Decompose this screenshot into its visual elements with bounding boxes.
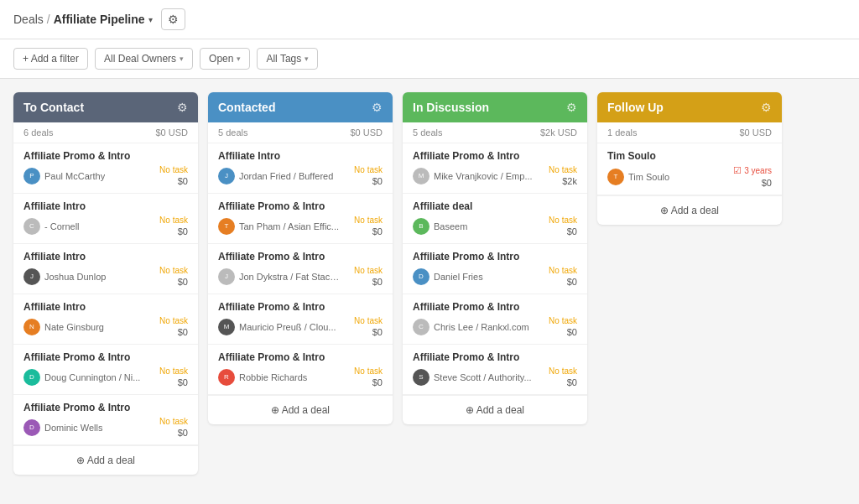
- deal-card[interactable]: Affiliate Promo & IntroDDaniel FriesNo t…: [403, 244, 587, 294]
- col-header-in-discussion: In Discussion ⚙: [403, 92, 587, 122]
- deal-title: Affiliate Promo & Intro: [413, 351, 577, 363]
- no-task-label: No task: [549, 266, 577, 275]
- deal-amount: $0: [567, 327, 577, 337]
- deal-person: TTan Pham / Asian Effic...: [218, 218, 339, 235]
- add-deal-label: Add a deal: [671, 205, 719, 216]
- status-filter-button[interactable]: Open ▾: [200, 48, 250, 70]
- deal-card[interactable]: Affiliate Promo & IntroJJon Dykstra / Fa…: [208, 244, 393, 294]
- add-filter-button[interactable]: + Add a filter: [13, 48, 88, 70]
- deal-card[interactable]: Affiliate Promo & IntroDDominic WellsNo …: [13, 395, 198, 445]
- deal-person-name: Daniel Fries: [434, 272, 483, 282]
- add-deal-label: Add a deal: [87, 455, 135, 466]
- add-deal-icon: ⊕: [271, 404, 279, 416]
- avatar: T: [607, 169, 624, 185]
- deal-person: DDaniel Fries: [413, 268, 483, 285]
- deal-card[interactable]: Affiliate IntroC- CornellNo task$0: [13, 194, 198, 244]
- col-stats-to-contact: 6 deals $0 USD: [13, 122, 198, 143]
- deal-person-name: Jon Dykstra / Fat Stack...: [239, 272, 340, 282]
- no-task-label: No task: [159, 366, 188, 376]
- avatar: M: [413, 168, 430, 184]
- col-total-in-discussion: $2k USD: [540, 127, 577, 138]
- breadcrumb-current: Affiliate Pipeline: [54, 13, 145, 26]
- col-header-to-contact: To Contact ⚙: [13, 92, 198, 122]
- col-stats-contacted: 5 deals $0 USD: [208, 122, 393, 143]
- deal-title: Affiliate Promo & Intro: [218, 251, 383, 262]
- column-to-contact: To Contact ⚙ 6 deals $0 USD Affiliate Pr…: [13, 92, 198, 475]
- deal-card[interactable]: Affiliate Promo & IntroRRobbie RichardsN…: [208, 345, 393, 395]
- deal-title: Affiliate Promo & Intro: [218, 200, 383, 212]
- col-header-contacted: Contacted ⚙: [208, 92, 393, 122]
- add-deal-button-in-discussion[interactable]: ⊕ Add a deal: [403, 395, 587, 424]
- deal-card[interactable]: Affiliate Promo & IntroSSteve Scott / Au…: [403, 345, 587, 395]
- col-gear-in-discussion[interactable]: ⚙: [566, 101, 577, 114]
- deal-card[interactable]: Affiliate Promo & IntroMMike Vranjkovic …: [403, 143, 587, 194]
- add-deal-button-to-contact[interactable]: ⊕ Add a deal: [13, 445, 198, 475]
- col-gear-follow-up[interactable]: ⚙: [761, 101, 772, 114]
- deal-card[interactable]: Affiliate Promo & IntroDDoug Cunnington …: [13, 345, 198, 395]
- deal-person: JJoshua Dunlop: [23, 268, 106, 285]
- deal-person: JJon Dykstra / Fat Stack...: [218, 268, 340, 285]
- add-deal-button-contacted[interactable]: ⊕ Add a deal: [208, 395, 393, 424]
- col-deal-count-in-discussion: 5 deals: [413, 127, 442, 138]
- deal-card[interactable]: Affiliate Promo & IntroTTan Pham / Asian…: [208, 194, 393, 244]
- deal-card[interactable]: Affiliate Promo & IntroMMauricio Preuß /…: [208, 294, 393, 345]
- deal-title: Affiliate Promo & Intro: [413, 251, 577, 262]
- no-task-label: No task: [354, 165, 383, 174]
- deal-right: No task$0: [354, 216, 383, 236]
- no-task-label: No task: [549, 316, 577, 325]
- deal-person-name: Baseem: [434, 221, 467, 231]
- avatar: C: [413, 319, 430, 335]
- col-gear-to-contact[interactable]: ⚙: [177, 101, 188, 114]
- deal-card[interactable]: Affiliate IntroJJordan Fried / BufferedN…: [208, 143, 393, 194]
- deal-row: C- CornellNo task$0: [23, 216, 188, 236]
- deal-person-name: Chris Lee / Rankxl.com: [434, 322, 529, 332]
- deal-right: No task$0: [549, 266, 577, 287]
- add-deal-button-follow-up[interactable]: ⊕ Add a deal: [597, 195, 782, 225]
- add-deal-icon: ⊕: [76, 455, 85, 466]
- no-task-label: No task: [159, 417, 188, 426]
- deal-person: DDoug Cunnington / Ni...: [23, 369, 140, 386]
- deal-card[interactable]: Tim SouloTTim Soulo☑3 years$0: [597, 143, 782, 195]
- filter-bar: + Add a filter All Deal Owners ▾ Open ▾ …: [0, 39, 859, 79]
- avatar: M: [218, 319, 235, 335]
- tags-filter-label: All Tags: [266, 53, 301, 65]
- deal-row: RRobbie RichardsNo task$0: [218, 366, 383, 387]
- deal-right: No task$2k: [549, 165, 577, 186]
- deal-person: BBaseem: [413, 218, 467, 235]
- deal-row: DDoug Cunnington / Ni...No task$0: [23, 366, 188, 387]
- deal-amount: $0: [372, 377, 383, 387]
- deal-card[interactable]: Affiliate Promo & IntroCChris Lee / Rank…: [403, 294, 587, 345]
- pipeline-settings-button[interactable]: ⚙: [161, 8, 185, 30]
- deal-person-name: Paul McCarthy: [44, 171, 105, 181]
- deal-row: TTim Soulo☑3 years$0: [607, 165, 772, 188]
- deal-title: Affiliate deal: [413, 200, 577, 212]
- deal-person: CChris Lee / Rankxl.com: [413, 319, 529, 335]
- deal-person-name: - Cornell: [44, 221, 80, 231]
- breadcrumb-parent[interactable]: Deals: [13, 13, 44, 26]
- tags-filter-button[interactable]: All Tags ▾: [257, 48, 318, 70]
- deal-right: No task$0: [159, 316, 188, 337]
- deal-right: No task$0: [549, 366, 577, 387]
- deal-person: NNate Ginsburg: [23, 319, 104, 335]
- deal-row: PPaul McCarthyNo task$0: [23, 165, 188, 186]
- deal-amount: $0: [372, 226, 383, 236]
- deal-card[interactable]: Affiliate IntroNNate GinsburgNo task$0: [13, 294, 198, 345]
- no-task-label: No task: [354, 366, 383, 376]
- breadcrumb-separator: /: [47, 13, 50, 26]
- owner-filter-button[interactable]: All Deal Owners ▾: [95, 48, 193, 70]
- deal-card[interactable]: Affiliate Promo & IntroPPaul McCarthyNo …: [13, 143, 198, 194]
- breadcrumb-dropdown-arrow[interactable]: ▾: [148, 15, 153, 24]
- owner-filter-label: All Deal Owners: [104, 53, 176, 65]
- add-deal-icon: ⊕: [660, 205, 669, 216]
- deal-person-name: Dominic Wells: [44, 423, 102, 433]
- deal-card[interactable]: Affiliate IntroJJoshua DunlopNo task$0: [13, 244, 198, 294]
- deal-right: No task$0: [549, 216, 577, 236]
- deal-card[interactable]: Affiliate dealBBaseemNo task$0: [403, 194, 587, 244]
- avatar: P: [23, 168, 40, 184]
- avatar: J: [218, 168, 235, 184]
- deal-person: C- Cornell: [23, 218, 80, 235]
- deal-person: MMauricio Preuß / Clou...: [218, 319, 336, 335]
- col-total-to-contact: $0 USD: [155, 127, 188, 138]
- col-gear-contacted[interactable]: ⚙: [372, 101, 383, 114]
- kanban-board: To Contact ⚙ 6 deals $0 USD Affiliate Pr…: [0, 79, 859, 488]
